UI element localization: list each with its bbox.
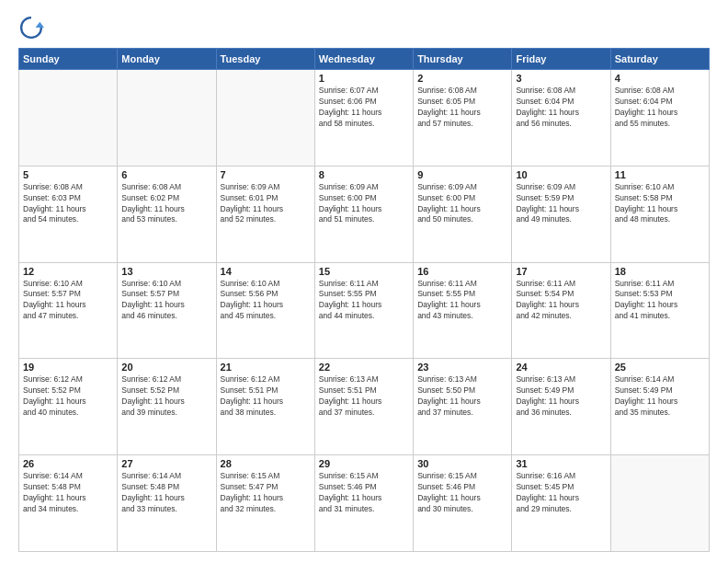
calendar-cell [118, 70, 216, 167]
day-number: 7 [221, 169, 311, 180]
day-info: Sunrise: 6:14 AMSunset: 5:48 PMDaylight:… [121, 471, 211, 515]
weekday-header-sunday: Sunday [19, 49, 118, 70]
day-info: Sunrise: 6:13 AMSunset: 5:49 PMDaylight:… [516, 374, 606, 419]
day-info: Sunrise: 6:15 AMSunset: 5:46 PMDaylight:… [319, 471, 409, 515]
calendar-cell: 13Sunrise: 6:10 AMSunset: 5:57 PMDayligh… [118, 262, 216, 359]
logo-icon [18, 15, 44, 40]
day-number: 12 [23, 266, 113, 277]
day-info: Sunrise: 6:13 AMSunset: 5:51 PMDaylight:… [319, 374, 409, 419]
day-number: 8 [319, 169, 409, 180]
calendar-cell: 4Sunrise: 6:08 AMSunset: 6:04 PMDaylight… [610, 70, 709, 167]
day-number: 19 [23, 362, 113, 373]
calendar-cell [610, 455, 709, 552]
day-info: Sunrise: 6:11 AMSunset: 5:55 PMDaylight:… [319, 279, 409, 323]
day-number: 24 [516, 362, 606, 373]
day-info: Sunrise: 6:12 AMSunset: 5:51 PMDaylight:… [221, 374, 311, 419]
day-number: 31 [516, 458, 606, 469]
day-number: 30 [417, 458, 507, 469]
calendar-cell: 17Sunrise: 6:11 AMSunset: 5:54 PMDayligh… [512, 262, 610, 359]
day-info: Sunrise: 6:16 AMSunset: 5:45 PMDaylight:… [516, 471, 606, 515]
week-row-3: 19Sunrise: 6:12 AMSunset: 5:52 PMDayligh… [19, 359, 710, 455]
day-info: Sunrise: 6:15 AMSunset: 5:47 PMDaylight:… [221, 471, 311, 515]
day-number: 14 [221, 266, 311, 277]
day-number: 27 [121, 458, 211, 469]
day-info: Sunrise: 6:08 AMSunset: 6:03 PMDaylight:… [23, 182, 113, 226]
page: SundayMondayTuesdayWednesdayThursdayFrid… [0, 0, 728, 563]
week-row-0: 1Sunrise: 6:07 AMSunset: 6:06 PMDaylight… [19, 70, 710, 167]
day-info: Sunrise: 6:12 AMSunset: 5:52 PMDaylight:… [23, 374, 113, 419]
calendar-cell: 29Sunrise: 6:15 AMSunset: 5:46 PMDayligh… [314, 455, 413, 552]
calendar-cell [19, 70, 118, 167]
day-info: Sunrise: 6:10 AMSunset: 5:57 PMDaylight:… [23, 279, 113, 323]
calendar-cell: 31Sunrise: 6:16 AMSunset: 5:45 PMDayligh… [512, 455, 610, 552]
day-number: 3 [516, 73, 606, 84]
calendar-cell: 11Sunrise: 6:10 AMSunset: 5:58 PMDayligh… [610, 166, 709, 262]
week-row-2: 12Sunrise: 6:10 AMSunset: 5:57 PMDayligh… [19, 262, 710, 359]
day-info: Sunrise: 6:09 AMSunset: 6:00 PMDaylight:… [319, 182, 409, 226]
day-info: Sunrise: 6:08 AMSunset: 6:04 PMDaylight:… [615, 86, 705, 130]
day-info: Sunrise: 6:15 AMSunset: 5:46 PMDaylight:… [417, 471, 507, 515]
day-info: Sunrise: 6:08 AMSunset: 6:04 PMDaylight:… [516, 86, 606, 130]
calendar-cell: 16Sunrise: 6:11 AMSunset: 5:55 PMDayligh… [414, 262, 512, 359]
day-number: 15 [319, 266, 409, 277]
day-info: Sunrise: 6:08 AMSunset: 6:05 PMDaylight:… [417, 86, 507, 130]
day-info: Sunrise: 6:09 AMSunset: 6:00 PMDaylight:… [417, 182, 507, 226]
calendar-cell: 12Sunrise: 6:10 AMSunset: 5:57 PMDayligh… [19, 262, 118, 359]
day-number: 21 [221, 362, 311, 373]
weekday-header-wednesday: Wednesday [314, 49, 413, 70]
calendar-cell: 19Sunrise: 6:12 AMSunset: 5:52 PMDayligh… [19, 359, 118, 455]
calendar-cell: 15Sunrise: 6:11 AMSunset: 5:55 PMDayligh… [314, 262, 413, 359]
day-number: 17 [516, 266, 606, 277]
calendar-cell: 21Sunrise: 6:12 AMSunset: 5:51 PMDayligh… [216, 359, 314, 455]
calendar-cell: 26Sunrise: 6:14 AMSunset: 5:48 PMDayligh… [19, 455, 118, 552]
calendar-cell: 5Sunrise: 6:08 AMSunset: 6:03 PMDaylight… [19, 166, 118, 262]
calendar-cell: 24Sunrise: 6:13 AMSunset: 5:49 PMDayligh… [512, 359, 610, 455]
day-info: Sunrise: 6:10 AMSunset: 5:57 PMDaylight:… [121, 279, 211, 323]
day-info: Sunrise: 6:13 AMSunset: 5:50 PMDaylight:… [417, 374, 507, 419]
day-info: Sunrise: 6:11 AMSunset: 5:54 PMDaylight:… [516, 279, 606, 323]
day-info: Sunrise: 6:08 AMSunset: 6:02 PMDaylight:… [121, 182, 211, 226]
day-number: 2 [417, 73, 507, 84]
calendar-cell: 7Sunrise: 6:09 AMSunset: 6:01 PMDaylight… [216, 166, 314, 262]
calendar-cell: 3Sunrise: 6:08 AMSunset: 6:04 PMDaylight… [512, 70, 610, 167]
day-number: 22 [319, 362, 409, 373]
day-number: 4 [615, 73, 705, 84]
calendar: SundayMondayTuesdayWednesdayThursdayFrid… [18, 48, 710, 552]
calendar-cell [216, 70, 314, 167]
calendar-cell: 14Sunrise: 6:10 AMSunset: 5:56 PMDayligh… [216, 262, 314, 359]
day-number: 18 [615, 266, 705, 277]
weekday-header-tuesday: Tuesday [216, 49, 314, 70]
calendar-cell: 28Sunrise: 6:15 AMSunset: 5:47 PMDayligh… [216, 455, 314, 552]
day-number: 28 [221, 458, 311, 469]
calendar-cell: 20Sunrise: 6:12 AMSunset: 5:52 PMDayligh… [118, 359, 216, 455]
day-number: 25 [615, 362, 705, 373]
day-number: 26 [23, 458, 113, 469]
calendar-cell: 25Sunrise: 6:14 AMSunset: 5:49 PMDayligh… [610, 359, 709, 455]
day-number: 1 [319, 73, 409, 84]
day-info: Sunrise: 6:10 AMSunset: 5:58 PMDaylight:… [615, 182, 705, 226]
day-number: 11 [615, 169, 705, 180]
day-number: 23 [417, 362, 507, 373]
calendar-cell: 27Sunrise: 6:14 AMSunset: 5:48 PMDayligh… [118, 455, 216, 552]
day-info: Sunrise: 6:14 AMSunset: 5:48 PMDaylight:… [23, 471, 113, 515]
calendar-cell: 18Sunrise: 6:11 AMSunset: 5:53 PMDayligh… [610, 262, 709, 359]
calendar-cell: 10Sunrise: 6:09 AMSunset: 5:59 PMDayligh… [512, 166, 610, 262]
weekday-header-thursday: Thursday [414, 49, 512, 70]
week-row-4: 26Sunrise: 6:14 AMSunset: 5:48 PMDayligh… [19, 455, 710, 552]
header [18, 15, 710, 40]
day-number: 13 [121, 266, 211, 277]
day-info: Sunrise: 6:14 AMSunset: 5:49 PMDaylight:… [615, 374, 705, 419]
calendar-cell: 6Sunrise: 6:08 AMSunset: 6:02 PMDaylight… [118, 166, 216, 262]
day-number: 9 [417, 169, 507, 180]
day-info: Sunrise: 6:11 AMSunset: 5:55 PMDaylight:… [417, 279, 507, 323]
weekday-header-monday: Monday [118, 49, 216, 70]
calendar-cell: 8Sunrise: 6:09 AMSunset: 6:00 PMDaylight… [314, 166, 413, 262]
day-number: 6 [121, 169, 211, 180]
day-number: 20 [121, 362, 211, 373]
day-number: 29 [319, 458, 409, 469]
calendar-cell: 30Sunrise: 6:15 AMSunset: 5:46 PMDayligh… [414, 455, 512, 552]
day-info: Sunrise: 6:09 AMSunset: 6:01 PMDaylight:… [221, 182, 311, 226]
day-info: Sunrise: 6:09 AMSunset: 5:59 PMDaylight:… [516, 182, 606, 226]
week-row-1: 5Sunrise: 6:08 AMSunset: 6:03 PMDaylight… [19, 166, 710, 262]
day-number: 10 [516, 169, 606, 180]
